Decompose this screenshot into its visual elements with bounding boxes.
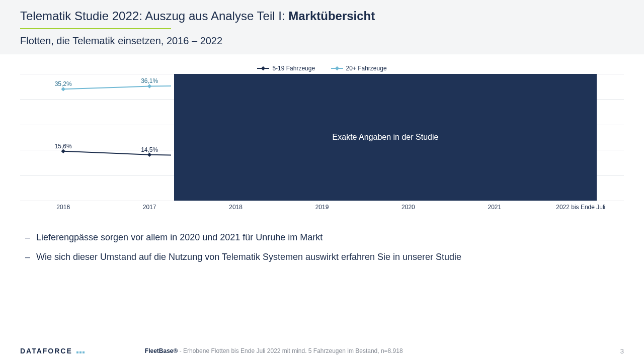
x-label: 2022 bis Ende Juli — [538, 204, 624, 211]
slide-subtitle: Flotten, die Telematik einsetzen, 2016 –… — [20, 35, 624, 47]
title-prefix: Telematik Studie 2022: Auszug aus Analys… — [20, 9, 288, 23]
chart-legend: 5-19 Fahrzeuge 20+ Fahrzeuge — [20, 63, 624, 72]
logo: DATAFORCE — [20, 347, 85, 355]
x-label: 2019 — [279, 204, 365, 211]
x-label: 2018 — [193, 204, 279, 211]
slide-title: Telematik Studie 2022: Auszug aus Analys… — [20, 9, 624, 23]
overlay-text: Exakte Angaben in der Studie — [333, 133, 439, 142]
accent-underline — [20, 28, 171, 29]
logo-text: DATAFORCE — [20, 347, 72, 355]
slide-footer: DATAFORCE FleetBase® - Erhobene Flotten … — [0, 347, 644, 355]
bullet-item: Wie sich dieser Umstand auf die Nutzung … — [25, 252, 619, 262]
legend-label-a: 5-19 Fahrzeuge — [272, 65, 315, 72]
data-label-a-2017: 14,5% — [141, 146, 158, 153]
x-label: 2021 — [451, 204, 537, 211]
footnote-rest: - Erhobene Flotten bis Ende Juli 2022 mi… — [178, 347, 403, 354]
legend-swatch-light — [331, 68, 343, 69]
legend-label-b: 20+ Fahrzeuge — [346, 65, 387, 72]
data-label-b-2016: 35,2% — [55, 80, 72, 87]
legend-item-series-a: 5-19 Fahrzeuge — [257, 65, 315, 72]
x-label: 2020 — [365, 204, 451, 211]
bullet-item: Lieferengpässe sorgen vor allem in 2020 … — [25, 232, 619, 243]
slide-header: Telematik Studie 2022: Auszug aus Analys… — [0, 0, 644, 54]
svg-rect-3 — [147, 152, 151, 156]
title-bold: Marktübersicht — [288, 9, 375, 23]
footnote-bold: FleetBase® — [145, 347, 178, 354]
logo-dots-icon — [75, 347, 85, 355]
data-label-b-2017: 36,1% — [141, 78, 158, 85]
chart-plot: 35,2% 36,1% 15,6% 14,5% Exakte Angaben i… — [20, 74, 624, 201]
chart: 5-19 Fahrzeuge 20+ Fahrzeuge 3 — [20, 63, 624, 214]
legend-item-series-b: 20+ Fahrzeuge — [331, 65, 387, 72]
footnote: FleetBase® - Erhobene Flotten bis Ende J… — [145, 347, 403, 354]
x-label: 2017 — [106, 204, 192, 211]
bullet-list: Lieferengpässe sorgen vor allem in 2020 … — [25, 232, 619, 262]
page-number: 3 — [620, 347, 624, 355]
data-label-a-2016: 15,6% — [55, 143, 72, 150]
x-axis-labels: 2016 2017 2018 2019 2020 2021 2022 bis E… — [20, 204, 624, 211]
chart-overlay: Exakte Angaben in der Studie — [174, 74, 597, 201]
legend-swatch-dark — [257, 68, 269, 69]
x-label: 2016 — [20, 204, 106, 211]
